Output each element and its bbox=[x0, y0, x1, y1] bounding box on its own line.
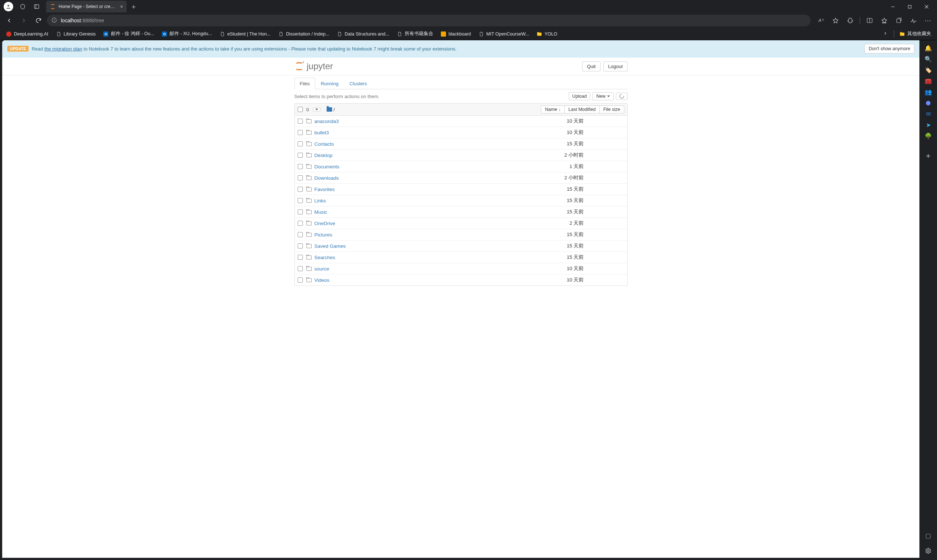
sidebar-app-search[interactable]: 🔍 bbox=[923, 54, 934, 65]
file-name-link[interactable]: Searches bbox=[307, 255, 518, 260]
workspaces-icon[interactable] bbox=[17, 1, 29, 12]
file-row-checkbox[interactable] bbox=[298, 198, 303, 203]
sidebar-app-toolbox[interactable]: 🧰 bbox=[923, 75, 934, 86]
banner-dismiss-button[interactable]: Don't show anymore bbox=[865, 44, 914, 54]
sidebar-app-tree[interactable]: 🌳 bbox=[923, 130, 934, 141]
sidebar-app-send[interactable]: ➤ bbox=[923, 119, 934, 130]
tab-files[interactable]: Files bbox=[294, 78, 315, 89]
file-row-checkbox[interactable] bbox=[298, 130, 303, 135]
select-all-checkbox[interactable] bbox=[298, 107, 303, 112]
url-input[interactable]: localhost:8888/tree bbox=[47, 15, 811, 26]
file-name-link[interactable]: Videos bbox=[307, 277, 518, 283]
column-last-modified[interactable]: Last Modified bbox=[565, 105, 599, 114]
file-row-checkbox[interactable] bbox=[298, 221, 303, 226]
browser-tab[interactable]: Home Page - Select or create a n… × bbox=[46, 1, 127, 12]
tab-actions-icon[interactable] bbox=[31, 1, 43, 12]
sidebar-app-tag[interactable]: 🏷️ bbox=[923, 65, 934, 75]
breadcrumb[interactable]: / bbox=[327, 107, 335, 112]
site-info-icon[interactable] bbox=[51, 17, 57, 24]
tab-close-icon[interactable]: × bbox=[120, 4, 123, 9]
bookmark-item[interactable]: DeepLearning.AI bbox=[3, 29, 51, 39]
file-name-link[interactable]: bullet3 bbox=[307, 130, 518, 135]
bookmark-item[interactable]: Library Genesis bbox=[53, 29, 99, 39]
nav-back[interactable] bbox=[3, 14, 15, 27]
file-row-checkbox[interactable] bbox=[298, 152, 303, 158]
folder-icon bbox=[327, 107, 332, 112]
split-screen-icon[interactable] bbox=[864, 15, 875, 26]
column-name[interactable]: Name ↓ bbox=[541, 105, 565, 114]
bookmarks-scroll-right[interactable] bbox=[879, 31, 892, 37]
file-name-link[interactable]: Documents bbox=[307, 164, 518, 169]
read-aloud-icon[interactable]: A⁾⁾ bbox=[815, 15, 827, 26]
bookmark-item[interactable]: Data Structures and... bbox=[334, 29, 392, 39]
bookmark-item[interactable]: O邮件 - XU, Hongdu... bbox=[159, 29, 215, 39]
file-name: Documents bbox=[314, 164, 339, 169]
bookmark-item[interactable]: Dissertation / Indep... bbox=[275, 29, 332, 39]
file-row-checkbox[interactable] bbox=[298, 266, 303, 271]
window-close[interactable] bbox=[918, 0, 935, 13]
window-minimize[interactable] bbox=[884, 0, 901, 13]
new-dropdown[interactable]: New bbox=[592, 92, 613, 100]
file-row-checkbox[interactable] bbox=[298, 277, 303, 283]
nav-refresh[interactable] bbox=[32, 14, 45, 27]
file-name-link[interactable]: Favorites bbox=[307, 187, 518, 192]
bookmarks-overflow[interactable]: 其他收藏夹 bbox=[896, 31, 934, 37]
file-row-checkbox[interactable] bbox=[298, 255, 303, 260]
migration-plan-link[interactable]: the migration plan bbox=[44, 46, 82, 52]
sidebar-screenshot-icon[interactable] bbox=[923, 531, 934, 542]
bookmark-item[interactable]: eStudent | The Hon... bbox=[216, 29, 274, 39]
file-row-checkbox[interactable] bbox=[298, 118, 303, 124]
file-name-link[interactable]: anaconda3 bbox=[307, 118, 518, 124]
file-row-checkbox[interactable] bbox=[298, 187, 303, 192]
sidebar-app-notifications[interactable]: 🔔 bbox=[923, 43, 934, 54]
bookmark-item[interactable]: blackboard bbox=[438, 29, 474, 39]
favorite-star-icon[interactable] bbox=[830, 15, 841, 26]
select-menu[interactable] bbox=[313, 108, 321, 111]
file-name-link[interactable]: OneDrive bbox=[307, 221, 518, 226]
collections-icon[interactable] bbox=[893, 15, 905, 26]
sidebar-app-outlook[interactable]: ✉ bbox=[923, 108, 934, 119]
performance-icon[interactable] bbox=[908, 15, 919, 26]
file-name-link[interactable]: source bbox=[307, 266, 518, 272]
file-name-link[interactable]: Desktop bbox=[307, 152, 518, 158]
more-menu-icon[interactable]: ⋯ bbox=[922, 15, 934, 26]
new-tab-button[interactable]: ＋ bbox=[127, 2, 140, 11]
jupyter-logo[interactable]: jupyter bbox=[294, 61, 333, 71]
window-maximize[interactable] bbox=[901, 0, 918, 13]
toolbar-right: A⁾⁾ ⋯ bbox=[815, 15, 934, 26]
tab-running[interactable]: Running bbox=[315, 78, 344, 89]
file-row-checkbox[interactable] bbox=[298, 164, 303, 169]
bookmark-item[interactable]: 所有书籍集合 bbox=[394, 29, 436, 39]
file-name-link[interactable]: Links bbox=[307, 198, 518, 203]
profile-button[interactable] bbox=[4, 2, 13, 11]
sidebar-app-people[interactable]: 👥 bbox=[923, 86, 934, 97]
file-name-link[interactable]: Downloads bbox=[307, 175, 518, 181]
file-row-checkbox[interactable] bbox=[298, 175, 303, 180]
tab-clusters[interactable]: Clusters bbox=[344, 78, 372, 89]
column-file-size[interactable]: File size bbox=[600, 105, 624, 114]
file-row-checkbox[interactable] bbox=[298, 209, 303, 214]
sidebar-app-office[interactable]: ⬢ bbox=[923, 97, 934, 108]
main-tabs: Files Running Clusters bbox=[294, 78, 627, 89]
file-name-link[interactable]: Pictures bbox=[307, 232, 518, 237]
browser-chrome: Home Page - Select or create a n… × ＋ bbox=[0, 0, 937, 40]
bookmark-item[interactable]: O邮件 - 徐 鸿铎 - Ou... bbox=[100, 29, 157, 39]
bookmark-item[interactable]: MIT OpenCourseW... bbox=[475, 29, 532, 39]
bookmark-item[interactable]: YOLO bbox=[533, 29, 560, 39]
upload-button[interactable]: Upload bbox=[569, 92, 590, 100]
logout-button[interactable]: Logout bbox=[603, 62, 627, 71]
sidebar-add-icon[interactable]: ＋ bbox=[923, 150, 934, 161]
favorites-list-icon[interactable] bbox=[878, 15, 890, 26]
file-row-checkbox[interactable] bbox=[298, 232, 303, 237]
file-row-checkbox[interactable] bbox=[298, 243, 303, 249]
file-name-link[interactable]: Contacts bbox=[307, 141, 518, 147]
extensions-icon[interactable] bbox=[845, 15, 856, 26]
file-name-link[interactable]: Saved Games bbox=[307, 243, 518, 249]
quit-button[interactable]: Quit bbox=[582, 62, 601, 71]
sidebar-settings-icon[interactable] bbox=[923, 545, 934, 556]
refresh-button[interactable] bbox=[616, 92, 627, 100]
file-row-checkbox[interactable] bbox=[298, 141, 303, 146]
caret-down-icon bbox=[315, 109, 318, 110]
file-name-link[interactable]: Music bbox=[307, 209, 518, 215]
page-viewport: UPDATE Read the migration plan to Notebo… bbox=[2, 40, 919, 558]
